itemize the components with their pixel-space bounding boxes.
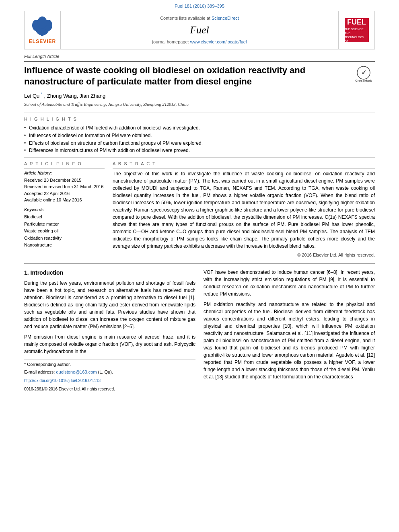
issn-text: 0016-2361/© 2016 Elsevier Ltd. All right… [24,387,115,391]
email-link[interactable]: quelstone@163.com [56,370,97,374]
right-para-2: PM oxidation reactivity and nanostructur… [204,301,375,380]
abstract-label: A B S T R A C T [113,161,375,168]
svg-point-4 [37,16,47,29]
body-left-col: 1. Introduction During the past few year… [24,269,195,392]
elsevier-logo-area: ELSEVIER [25,11,61,49]
article-title-block: Influence of waste cooking oil biodiesel… [24,65,375,88]
history-item-2: Accepted 22 April 2016 [24,191,105,197]
issn-line: 0016-2361/© 2016 Elsevier Ltd. All right… [24,386,195,392]
keyword-3: Oxidation reactivity [24,235,105,242]
divider-2 [24,157,375,158]
svg-text:✓: ✓ [361,69,366,76]
highlight-item-1: Oxidation characteristic of PM fueled wi… [24,125,375,131]
article-info-col: A R T I C L E I N F O Article history: R… [24,161,105,258]
info-abstract-section: A R T I C L E I N F O Article history: R… [24,161,375,258]
email-suffix: (L. Qu). [98,370,113,374]
body-content: 1. Introduction During the past few year… [24,269,375,392]
fuel-logo-subtitle: THE SCIENCE AND TECHNOLOGY OF [345,27,369,43]
journal-name: Fuel [190,23,209,37]
history-item-1: Received in revised form 31 March 2016 [24,184,105,190]
journal-reference: Fuel 181 (2016) 389–395 [0,0,399,11]
copyright-line: © 2016 Elsevier Ltd. All rights reserved… [113,252,375,258]
highlights-label: H I G H L I G H T S [24,116,375,122]
author-star: * [41,92,43,97]
body-divider [24,263,375,264]
author-separator-1: , Zhong Wang, Jian Zhang [44,93,105,99]
svg-text:CrossMark: CrossMark [355,79,372,82]
article-type-label: Full Length Article [24,53,375,61]
crossmark-logo: ✓ CrossMark [353,65,375,87]
elsevier-logo: ELSEVIER [29,15,56,45]
crossmark-icon: ✓ CrossMark [353,65,375,87]
keywords-list: Biodiesel Particulate matter Waste cooki… [24,214,105,249]
contents-text: Contents lists available at [160,16,210,21]
abstract-col: A B S T R A C T The objective of this wo… [113,161,375,258]
keyword-4: Nanostructure [24,242,105,249]
highlight-item-2: Influences of biodiesel on formation of … [24,132,375,139]
journal-ref-text: Fuel 181 (2016) 389–395 [175,4,224,8]
homepage-label: journal homepage: [152,39,190,44]
intro-heading: 1. Introduction [24,269,195,277]
author-lei-qu: Lei Qu [24,93,39,99]
doi-link[interactable]: http://dx.doi.org/10.1016/j.fuel.2016.04… [24,378,101,383]
elsevier-tree-icon [30,15,54,37]
divider-1 [24,113,375,113]
fuel-logo-area: FUEL THE SCIENCE AND TECHNOLOGY OF [338,11,374,49]
article-content: Full Length Article Influence of waste c… [24,49,375,392]
doi-line: http://dx.doi.org/10.1016/j.fuel.2016.04… [24,378,195,384]
body-right-col: VOF have been demonstrated to induce hum… [204,269,375,392]
article-info-label: A R T I C L E I N F O [24,161,105,168]
highlight-item-3: Effects of biodiesel on structure of car… [24,140,375,147]
intro-para-2: PM emission from diesel engine is main r… [24,333,195,355]
homepage-url[interactable]: www.elsevier.com/locate/fuel [190,39,247,44]
keywords-title: Keywords: [24,207,105,213]
fuel-logo: FUEL THE SCIENCE AND TECHNOLOGY OF [345,18,369,42]
email-label: E-mail address: [24,370,55,374]
journal-title-area: Contents lists available at ScienceDirec… [61,11,338,49]
elsevier-wordmark: ELSEVIER [29,38,56,45]
right-para-1: VOF have been demonstrated to induce hum… [204,269,375,298]
intro-para-1: During the past few years, environmental… [24,279,195,330]
sciencedirect-link[interactable]: ScienceDirect [212,16,239,21]
email-footnote: E-mail address: quelstone@163.com (L. Qu… [24,369,195,376]
affiliation-text: School of Automobile and Traffic Enginee… [24,101,375,107]
keyword-2: Waste cooking oil [24,228,105,235]
highlights-list: Oxidation characteristic of PM fueled wi… [24,125,375,154]
article-title-text: Influence of waste cooking oil biodiesel… [24,65,305,87]
footnote-area: * Corresponding author. E-mail address: … [24,359,195,392]
abstract-text: The objective of this work is to investi… [113,170,375,250]
keyword-0: Biodiesel [24,214,105,221]
fuel-logo-text: FUEL [347,17,366,27]
authors-line: Lei Qu * , Zhong Wang, Jian Zhang [24,92,375,100]
contents-available-line: Contents lists available at ScienceDirec… [160,15,239,21]
keyword-1: Particulate matter [24,221,105,228]
corresponding-footnote: * Corresponding author. [24,361,195,368]
highlight-item-4: Differences in microstructures of PM wit… [24,147,375,154]
history-item-3: Available online 10 May 2016 [24,197,105,203]
journal-homepage-line: journal homepage: www.elsevier.com/locat… [152,39,247,45]
history-item-0: Received 23 December 2015 [24,177,105,183]
history-title: Article history: [24,170,105,176]
page: Fuel 181 (2016) 389–395 ELSEVIER Content… [0,0,399,392]
journal-header: ELSEVIER Contents lists available at Sci… [24,11,375,49]
corresponding-text: * Corresponding author. [24,362,71,367]
